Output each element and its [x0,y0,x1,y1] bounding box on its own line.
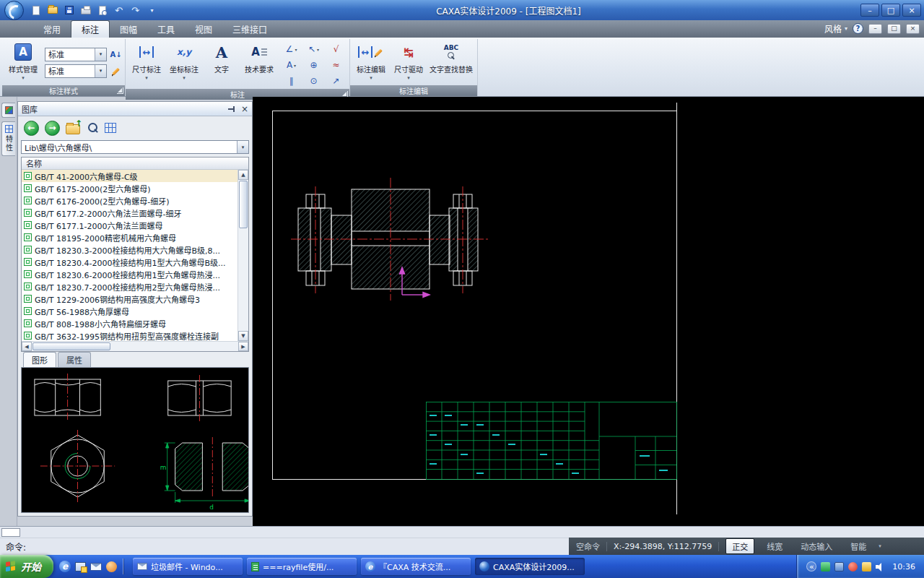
find-replace-text-button[interactable]: ABC 文字查找替换 [427,40,475,85]
dimension-button[interactable]: ↔ 尺寸标注 ▾ [128,40,165,89]
vertical-scrollbar[interactable]: ▲ ▼ [237,170,248,341]
tray-icon-security[interactable] [848,562,858,571]
forward-icon[interactable]: → [45,121,60,136]
tab-annotation[interactable]: 标注 [71,20,110,38]
weld-symbol-button[interactable]: ≈ [325,57,347,73]
app-logo-icon[interactable] [4,1,24,20]
side-tab-library[interactable] [1,103,15,118]
text-style-combo[interactable]: 标准 ▾ [45,64,107,78]
horizontal-scrollbar[interactable]: ◀ ▶ [22,341,248,351]
undo-icon[interactable]: ↶ [112,4,126,17]
tab-properties[interactable]: 属性 [58,352,91,367]
list-item[interactable]: GB/T 18230.7-2000栓接结构用2型六角螺母热浸... [22,280,237,293]
taskbar-button-caxa[interactable]: CAXA实体设计2009... [475,558,585,575]
edit-style-icon[interactable] [109,64,123,78]
dimension-drive-button[interactable]: ↹ 尺寸驱动 ▾ [390,40,427,85]
drawing-canvas[interactable] [253,97,924,526]
list-item[interactable]: GB/T 18230.6-2000栓接结构用1型六角螺母热浸... [22,268,237,280]
tray-icon-green[interactable] [821,562,830,571]
list-item[interactable]: GB/T 18195-2000精密机械用六角螺母 [22,231,237,243]
datum-symbol-button[interactable]: A▾ [280,57,302,73]
back-icon[interactable]: ← [24,121,39,136]
coordinate-dimension-button[interactable]: x,y 坐标标注 ▾ [165,40,203,89]
show-desktop-icon[interactable] [75,562,86,571]
redo-icon[interactable]: ↷ [128,4,142,17]
pin-icon[interactable] [228,105,237,113]
start-button[interactable]: 开始 [0,555,53,578]
document-minimize-button[interactable]: – [868,24,882,34]
panel-close-icon[interactable]: × [241,105,248,113]
command-line[interactable]: 命令: [0,538,569,555]
list-item[interactable]: GB/T 6177.2-2000六角法兰面螺母-细牙 [22,207,237,219]
edit-annotation-button[interactable]: ↔ 标注编辑 ▾ [352,40,390,85]
list-item[interactable]: GB/T 18230.3-2000栓接结构用大六角螺母B级,8... [22,243,237,256]
geometric-tolerance-button[interactable]: ⊕ [302,57,325,73]
scroll-down-icon[interactable]: ▼ [238,331,248,341]
taskbar-button-mail[interactable]: 垃圾邮件 - Windo... [133,558,243,575]
customize-qat-chevron-icon[interactable]: ▾ [145,4,159,17]
print-preview-icon[interactable] [95,4,109,17]
dimension-style-combo[interactable]: 标准 ▾ [45,48,107,61]
new-document-icon[interactable] [29,4,43,17]
view-direction-button[interactable]: ↗ [325,73,347,89]
command-history-box[interactable] [1,528,20,537]
center-hole-button[interactable]: ⊙ [302,73,325,89]
dynamic-input-toggle[interactable]: 动态输入 [795,539,838,553]
tab-graphics[interactable]: 图形 [23,352,56,367]
save-icon[interactable] [62,4,76,17]
tab-tools[interactable]: 工具 [147,20,185,38]
tab-sheet[interactable]: 图幅 [110,20,147,38]
tab-common[interactable]: 常用 [33,20,71,38]
list-item[interactable]: GB/T 1229-2006钢结构用高强度大六角螺母3 [22,293,237,305]
volume-icon[interactable] [876,562,885,571]
media-player-icon[interactable] [106,561,117,572]
library-path-combo[interactable]: Lib\螺母\六角螺母\ ▾ [21,140,249,154]
leader-note-button[interactable]: ↖▾ [302,41,325,57]
apply-style-icon[interactable]: A↓ [109,48,123,61]
list-item[interactable]: GB/T 18230.4-2000栓接结构用1型大六角螺母B级... [22,256,237,268]
style-dropdown[interactable]: 风格▾ [824,22,847,35]
style-manager-button[interactable]: A 样式管理 ▾ [4,40,42,85]
list-item[interactable]: GB/T 3632-1995钢结构用扭剪型高强度螺栓连接副 [22,329,237,341]
tab-view[interactable]: 视图 [185,20,222,38]
document-close-button[interactable]: × [906,24,920,34]
search-icon[interactable] [87,122,99,134]
text-button[interactable]: A 文字 [203,40,240,89]
scrollbar-thumb[interactable] [239,181,248,228]
taskbar-button-rayfile[interactable]: ===rayfile使用/... [247,558,357,575]
chevron-down-icon[interactable]: ▾ [879,543,881,549]
folder-up-icon[interactable]: ↑ [66,122,82,134]
list-item[interactable]: GB/T 808-1988小六角特扁细牙螺母 [22,317,237,329]
scrollbar-thumb[interactable] [32,342,110,350]
tray-expand-icon[interactable]: « [806,561,816,571]
dialog-launcher-icon[interactable] [117,87,123,94]
scroll-right-icon[interactable]: ▶ [238,342,248,351]
smart-snap-toggle[interactable]: 智能 [845,539,872,553]
maximize-button[interactable]: □ [881,4,900,17]
technical-requirements-button[interactable]: A 技术要求 [240,40,278,89]
scroll-up-icon[interactable]: ▲ [238,170,248,180]
minimize-button[interactable]: – [860,4,879,17]
document-restore-button[interactable]: □ [887,24,901,34]
view-mode-icon[interactable] [105,123,116,133]
close-button[interactable]: × [902,4,921,17]
scroll-left-icon[interactable]: ◀ [22,342,32,351]
side-tab-properties[interactable]: 特性 [1,121,15,156]
list-item[interactable]: GB/T 41-2000六角螺母-C级 [22,170,237,182]
column-header-name[interactable]: 名称 [22,158,248,170]
tray-icon-input[interactable] [834,562,844,571]
open-file-icon[interactable] [45,4,59,17]
list-item[interactable]: GB/T 56-1988六角厚螺母 [22,305,237,317]
section-symbol-button[interactable]: ∥ [280,73,302,89]
taskbar-button-browser[interactable]: e 『CAXA 技术交流... [361,558,471,575]
mail-icon[interactable] [90,563,102,571]
list-item[interactable]: GB/T 6176-2000(2型六角螺母-细牙) [22,194,237,207]
roughness-button[interactable]: √ [325,41,347,57]
linewidth-toggle[interactable]: 线宽 [761,539,788,553]
list-item[interactable]: GB/T 6175-2000(2型六角螺母) [22,182,237,194]
help-icon[interactable]: ? [853,23,863,34]
print-icon[interactable] [79,4,92,17]
ortho-toggle[interactable]: 正交 [725,538,754,554]
chamfer-dimension-button[interactable]: ∠▾ [280,41,302,57]
tab-3d-interface[interactable]: 三维接口 [222,20,277,38]
